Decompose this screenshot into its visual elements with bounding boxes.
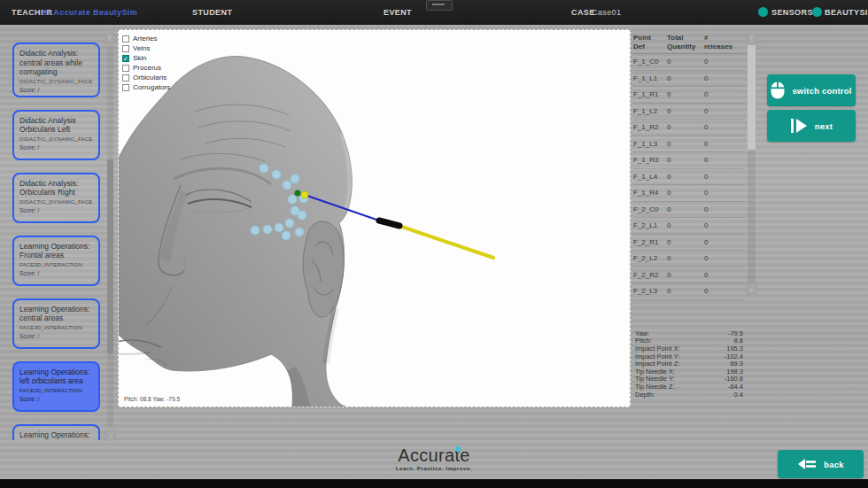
table-row: F_1_L200 bbox=[633, 104, 745, 120]
points-table-header: PointDefTotalQuantity#releases bbox=[633, 34, 745, 54]
head-3d-canvas[interactable] bbox=[119, 30, 630, 407]
checkbox-checked-icon[interactable]: ✓ bbox=[122, 55, 129, 62]
injection-point[interactable] bbox=[298, 211, 306, 220]
table-row: F_2_R100 bbox=[633, 235, 745, 252]
cell-releases: 0 bbox=[704, 238, 745, 246]
injection-point[interactable] bbox=[295, 228, 304, 236]
card-score: Score: / bbox=[19, 333, 93, 339]
viewport-3d[interactable]: ArteriesVeins✓SkinProcerusOrbicularisCor… bbox=[118, 29, 631, 407]
stat-row: Tip Needle Y:-160.8 bbox=[635, 376, 743, 383]
exercise-card[interactable]: Didactic Analysis Orbicularis LeftDIDACT… bbox=[12, 110, 100, 160]
cell-point-def: F_2_L1 bbox=[633, 221, 667, 229]
injection-point[interactable] bbox=[285, 219, 294, 228]
stat-row: Pitch:8.8 bbox=[635, 337, 743, 345]
next-button[interactable]: next bbox=[767, 110, 856, 142]
table-row: F_2_L300 bbox=[633, 283, 745, 300]
layer-label: Veins bbox=[133, 44, 151, 52]
cell-releases: 0 bbox=[704, 156, 745, 164]
card-title: Learning Operations: bbox=[19, 430, 93, 440]
card-title: Didactic Analysis Orbicularis Left bbox=[19, 116, 93, 135]
injection-point[interactable] bbox=[263, 225, 272, 234]
cell-releases: 0 bbox=[704, 107, 745, 115]
stat-row: Yaw:-79.5 bbox=[635, 329, 743, 337]
table-scrollbar[interactable] bbox=[748, 45, 756, 283]
layer-label: Skin bbox=[133, 54, 147, 62]
checkbox-icon[interactable] bbox=[122, 74, 129, 81]
cell-total-quantity: 0 bbox=[667, 238, 704, 246]
cell-releases: 0 bbox=[704, 189, 745, 197]
cell-releases: 0 bbox=[704, 74, 745, 82]
injection-point[interactable] bbox=[251, 226, 260, 235]
checkbox-icon[interactable] bbox=[122, 45, 129, 52]
checkbox-icon[interactable] bbox=[122, 84, 129, 91]
case-value: Case01 bbox=[592, 8, 621, 17]
cell-total-quantity: 0 bbox=[667, 205, 704, 213]
switch-control-label: switch control bbox=[792, 86, 851, 96]
stat-row: Impact Point Y:-102.4 bbox=[635, 352, 743, 360]
stat-row: Impact Point X:195.3 bbox=[635, 345, 743, 352]
injection-point[interactable] bbox=[282, 231, 291, 240]
event-label: EVENT bbox=[384, 8, 412, 17]
layer-label: Arteries bbox=[133, 35, 158, 43]
exercise-card[interactable]: Didactic Analysis: Orbicularis RightDIDA… bbox=[12, 173, 100, 223]
injection-point[interactable] bbox=[283, 181, 291, 190]
bottom-bar bbox=[0, 479, 868, 488]
layer-label: Procerus bbox=[133, 64, 161, 72]
switch-control-button[interactable]: switch control bbox=[767, 74, 856, 106]
table-scroll-up-icon[interactable]: ↑ bbox=[747, 34, 756, 43]
card-subtitle: FACE3D_INTERACTION bbox=[19, 325, 93, 330]
exercise-card[interactable]: Learning Operations: Frontal areasFACE3D… bbox=[12, 236, 100, 286]
injection-point[interactable] bbox=[260, 164, 268, 173]
sidebar-scrollbar[interactable] bbox=[107, 46, 113, 427]
top-bar: TEACHER Dr Accurate BeautySim STUDENT EV… bbox=[0, 0, 868, 25]
teacher-name-link[interactable]: Dr Accurate BeautySim bbox=[42, 8, 137, 17]
checkbox-icon[interactable] bbox=[122, 35, 129, 43]
cell-releases: 0 bbox=[704, 205, 745, 213]
injection-point[interactable] bbox=[288, 195, 297, 204]
window-grip-handle[interactable] bbox=[426, 0, 453, 11]
stat-row: Tip Needle X:198.3 bbox=[635, 368, 743, 376]
stat-label: Depth: bbox=[635, 391, 655, 399]
table-scroll-down-icon[interactable]: ↓ bbox=[747, 284, 756, 294]
layer-label: Orbicularis bbox=[133, 74, 167, 81]
cell-point-def: F_1_L4 bbox=[633, 173, 667, 181]
exercise-card[interactable]: Learning Operations: left orbicolaris ar… bbox=[12, 361, 100, 412]
sidebar-scroll-up-icon[interactable]: ↑ bbox=[105, 34, 114, 43]
stat-value: 0.4 bbox=[734, 391, 743, 399]
cell-releases: 0 bbox=[704, 123, 745, 131]
layer-row: ✓Skin bbox=[122, 53, 170, 63]
table-row: F_1_L100 bbox=[633, 71, 745, 88]
cell-point-def: F_2_R1 bbox=[633, 238, 667, 246]
table-scrollbar-thumb[interactable] bbox=[748, 45, 756, 150]
checkbox-icon[interactable] bbox=[122, 65, 129, 72]
target-point-green bbox=[295, 190, 301, 197]
injection-point[interactable] bbox=[272, 170, 281, 179]
next-label: next bbox=[815, 121, 833, 131]
cell-total-quantity: 0 bbox=[667, 173, 704, 181]
card-subtitle: FACE3D_INTERACTION bbox=[19, 262, 93, 267]
table-row: F_1_R100 bbox=[633, 87, 745, 104]
cell-point-def: F_1_R1 bbox=[633, 90, 667, 98]
cell-releases: 0 bbox=[704, 254, 745, 262]
card-title: Learning Operations: Frontal areas bbox=[19, 242, 93, 260]
head-model bbox=[119, 57, 352, 407]
card-subtitle: DIDACTIC_DYNAMIC_FACE bbox=[19, 199, 93, 205]
injection-point[interactable] bbox=[291, 174, 299, 183]
back-button[interactable]: back bbox=[778, 450, 864, 478]
cell-releases: 0 bbox=[704, 90, 745, 98]
footer: Accurate Learn. Practice. Improve. bbox=[0, 445, 868, 471]
cell-total-quantity: 0 bbox=[667, 107, 704, 115]
exercise-card[interactable]: Learning Operations: bbox=[12, 424, 100, 441]
sidebar-scrollbar-thumb[interactable] bbox=[107, 159, 113, 354]
exercise-card[interactable]: Learning Operations: central areasFACE3D… bbox=[12, 298, 100, 349]
card-title: Didactic Analysis: Orbicularis Right bbox=[19, 179, 93, 198]
stat-row: Tip Needle Z:-64.4 bbox=[635, 383, 743, 391]
injection-point[interactable] bbox=[275, 223, 283, 232]
cell-releases: 0 bbox=[704, 173, 745, 181]
layer-label: Corrugators bbox=[133, 83, 170, 91]
exercise-card[interactable]: Didactic Analysis: central areas while c… bbox=[12, 43, 100, 97]
sidebar-scroll-down-icon[interactable]: ↓ bbox=[105, 430, 115, 440]
card-score: Score: / bbox=[19, 144, 93, 151]
back-arrow-icon bbox=[797, 457, 817, 471]
cell-total-quantity: 0 bbox=[667, 271, 704, 279]
